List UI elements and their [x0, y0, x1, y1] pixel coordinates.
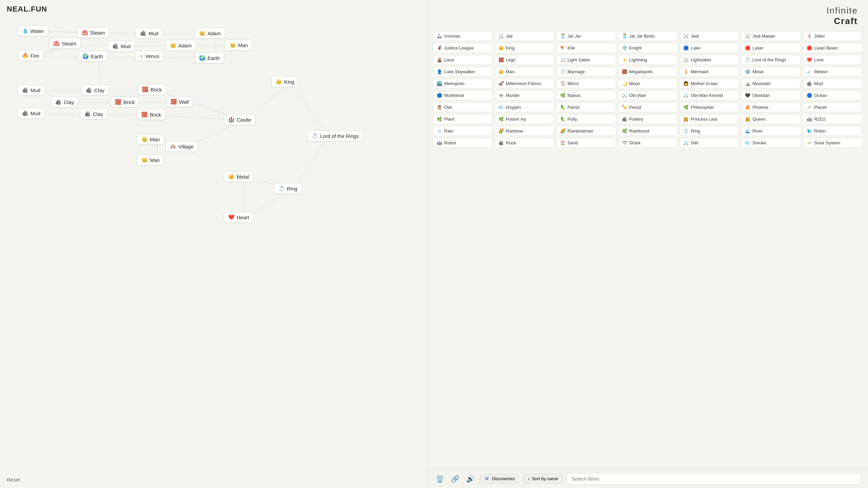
- sidebar-item[interactable]: 🔵Ocean: [803, 90, 863, 100]
- node-wall[interactable]: 🧱Wall: [166, 96, 193, 107]
- sidebar-item[interactable]: 🌈Rainbow: [495, 126, 554, 136]
- sidebar-item[interactable]: ❤️Love: [803, 55, 863, 65]
- sidebar-item[interactable]: 🌿Naboo: [556, 90, 616, 100]
- sidebar-item[interactable]: 🚀Millennium Falcon: [495, 79, 554, 88]
- sidebar-item[interactable]: 🔵Multiverse: [433, 90, 493, 100]
- node-castle[interactable]: 🏰Castle: [224, 114, 256, 125]
- sidebar-item[interactable]: 🛡️Knight: [618, 43, 678, 53]
- sidebar-item[interactable]: 🦜Parrot: [556, 102, 616, 112]
- sidebar-item[interactable]: 🏙️Metropolis: [433, 79, 493, 88]
- sidebar-item[interactable]: 💍Lord of the Rings: [741, 55, 801, 65]
- search-input[interactable]: [567, 473, 861, 485]
- sidebar-item[interactable]: 👸Princess Leia: [679, 114, 739, 124]
- node-venus[interactable]: ♀️Venus: [135, 51, 164, 61]
- sidebar-item[interactable]: 🪁Kite: [556, 43, 616, 53]
- node-fire[interactable]: 🔥Fire: [18, 50, 44, 61]
- sidebar-item[interactable]: 👸Queen: [741, 114, 801, 124]
- sidebar-item[interactable]: 👑King: [495, 43, 554, 53]
- node-man1[interactable]: 👑Man: [225, 40, 252, 50]
- node-clay1[interactable]: 🪨Clay: [81, 85, 109, 96]
- node-lor[interactable]: 💍Lord of the Rings: [307, 130, 363, 141]
- discoveries-button[interactable]: ⚗️ Discoveries: [480, 474, 519, 484]
- sidebar-item[interactable]: 🦜Polly: [556, 114, 616, 124]
- sidebar-item[interactable]: ⚔️Jedi: [679, 31, 739, 41]
- sidebar-item[interactable]: 🪨Rock: [495, 138, 554, 148]
- sidebar-item[interactable]: 👑Man: [495, 67, 554, 77]
- sidebar-item[interactable]: ⚔️Lightsaber: [679, 55, 739, 65]
- sidebar-item[interactable]: 🦾Ironman: [433, 31, 493, 41]
- node-village[interactable]: 🏘️Village: [165, 141, 198, 152]
- reset-button[interactable]: Reset: [7, 477, 20, 483]
- sidebar-item[interactable]: ⚔️Jail: [495, 31, 554, 41]
- sidebar-item[interactable]: 👩Mother-in-law: [679, 79, 739, 88]
- sidebar-item[interactable]: 🔵Lake: [679, 43, 739, 53]
- sidebar-item[interactable]: 🌋Lava: [433, 55, 493, 65]
- sidebar-item[interactable]: ⛰️Mountain: [741, 79, 801, 88]
- node-earth1[interactable]: 🌍Earth: [78, 51, 107, 62]
- node-heart[interactable]: ❤️Heart: [224, 212, 254, 223]
- sidebar-item[interactable]: 🔴Laser Beam: [803, 43, 863, 53]
- sort-button[interactable]: ↕ Sort by name: [523, 474, 563, 484]
- sidebar-item[interactable]: 🤖R2D2: [803, 114, 863, 124]
- node-mud2[interactable]: 🪨Mud: [108, 41, 135, 52]
- sidebar-item[interactable]: 🪨Mud: [803, 79, 863, 88]
- sidebar-item[interactable]: 🐦Robin: [803, 126, 863, 136]
- sidebar-item[interactable]: 🃏Joker: [803, 31, 863, 41]
- sidebar-item[interactable]: 👤Luke Skywalker: [433, 67, 493, 77]
- sound-button[interactable]: 🔊: [465, 473, 476, 484]
- sidebar-item[interactable]: 🟫Megalopolis: [618, 67, 678, 77]
- sidebar-item[interactable]: 💨Smoke: [741, 138, 801, 148]
- sidebar-item[interactable]: 🫙Jar Jar Binks: [618, 31, 678, 41]
- node-metal[interactable]: 👑Metal: [224, 171, 254, 182]
- sidebar-item[interactable]: 🌿Philosopher: [679, 102, 739, 112]
- sidebar-item[interactable]: 🦸Justice League: [433, 43, 493, 53]
- trash-button[interactable]: 🗑️: [434, 473, 446, 484]
- node-steam2[interactable]: ♨️Steam: [49, 38, 81, 49]
- sidebar-item[interactable]: 🪨Pottery: [618, 114, 678, 124]
- node-adam[interactable]: 👑Adam: [195, 28, 225, 39]
- sidebar-item[interactable]: 🪐Planet: [803, 102, 863, 112]
- sidebar-item[interactable]: 🧜Mermaid: [679, 67, 739, 77]
- craft-canvas[interactable]: 💧Water♨️Steam🪨Mud👑Adam♨️Steam🪨Mud👑Adam👑M…: [0, 0, 427, 488]
- sidebar-item[interactable]: 🫙Jar Jar: [556, 31, 616, 41]
- node-mud1[interactable]: 🪨Mud: [136, 28, 163, 39]
- sidebar-item[interactable]: 💍Ring: [679, 126, 739, 136]
- sidebar-item[interactable]: ⚙️Metal: [741, 67, 801, 77]
- sidebar-item[interactable]: ⚔️Light Saber: [556, 55, 616, 65]
- node-clay3[interactable]: 🪨Clay: [80, 108, 107, 119]
- sidebar-item[interactable]: ⚔️Jedi Master: [741, 31, 801, 41]
- sidebar-item[interactable]: 🌿Rainforest: [618, 126, 678, 136]
- node-man3[interactable]: 👑Man: [137, 155, 164, 165]
- sidebar-item[interactable]: 🌧️Rain: [433, 126, 493, 136]
- sidebar-item[interactable]: ⚡Lightning: [618, 55, 678, 65]
- sidebar-item[interactable]: ☄️Meteor: [803, 67, 863, 77]
- sidebar-item[interactable]: 🪞Mirror: [556, 79, 616, 88]
- share-button[interactable]: 🔗: [450, 473, 461, 484]
- node-mud4[interactable]: 🪨Mud: [18, 108, 45, 119]
- node-brick2[interactable]: 🧱Brick: [111, 97, 139, 107]
- sidebar-item[interactable]: 🪐Solar System: [803, 138, 863, 148]
- sidebar-item[interactable]: 🤖Robot: [433, 138, 493, 148]
- sidebar-item[interactable]: 🔴Laser: [741, 43, 801, 53]
- sidebar-item[interactable]: 🌊River: [741, 126, 801, 136]
- sidebar-item[interactable]: 🌿Poison Ivy: [495, 114, 554, 124]
- node-mud3[interactable]: 🪨Mud: [18, 85, 45, 96]
- node-steam1[interactable]: ♨️Steam: [77, 27, 109, 38]
- sidebar-item[interactable]: 💀Murder: [495, 90, 554, 100]
- sidebar-item[interactable]: 🏖️Sand: [556, 138, 616, 148]
- sidebar-item[interactable]: 🦈Shark: [618, 138, 678, 148]
- node-ring[interactable]: 💍Ring: [274, 183, 302, 194]
- node-brick1[interactable]: 🧱Brick: [138, 84, 166, 95]
- node-adam2[interactable]: 👑Adam: [165, 40, 196, 51]
- sidebar-item[interactable]: 🖤Obsidian: [741, 90, 801, 100]
- sidebar-item[interactable]: 🌈Rainbowman: [556, 126, 616, 136]
- node-brick3[interactable]: 🧱Brick: [137, 109, 165, 120]
- sidebar-item[interactable]: 🌙Moon: [618, 79, 678, 88]
- sidebar-item[interactable]: ⚔️Sith: [679, 138, 739, 148]
- sidebar-item[interactable]: 🟫Lego: [495, 55, 554, 65]
- sidebar-item[interactable]: 🔥Phoenix: [741, 102, 801, 112]
- sidebar-item[interactable]: 🌿Plant: [433, 114, 493, 124]
- sidebar-item[interactable]: ⚔️Obi Wan: [618, 90, 678, 100]
- sidebar-item[interactable]: 💍Marriage: [556, 67, 616, 77]
- sidebar-item[interactable]: ✏️Pencil: [618, 102, 678, 112]
